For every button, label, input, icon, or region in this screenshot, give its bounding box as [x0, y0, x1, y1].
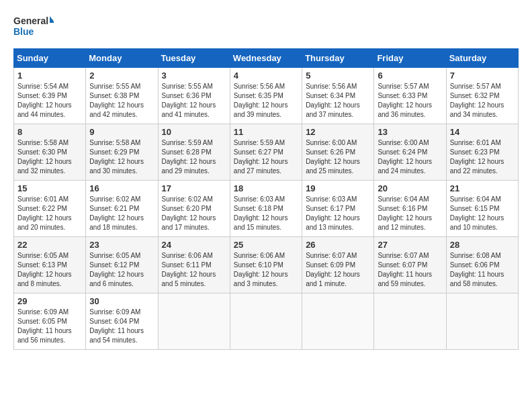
day-info: Sunrise: 5:58 AM Sunset: 6:30 PM Dayligh… — [17, 138, 82, 176]
day-number: 30 — [89, 296, 154, 306]
svg-marker-2 — [50, 16, 54, 23]
day-info: Sunrise: 5:55 AM Sunset: 6:38 PM Dayligh… — [89, 82, 154, 120]
calendar-cell: 11Sunrise: 5:59 AM Sunset: 6:27 PM Dayli… — [230, 124, 302, 181]
day-number: 26 — [306, 240, 370, 250]
page-header: General Blue — [13, 13, 519, 42]
calendar-cell: 1Sunrise: 5:54 AM Sunset: 6:39 PM Daylig… — [14, 68, 86, 124]
day-info: Sunrise: 6:08 AM Sunset: 6:06 PM Dayligh… — [450, 251, 515, 289]
day-number: 22 — [17, 240, 82, 250]
day-number: 12 — [306, 127, 370, 137]
day-number: 16 — [89, 183, 154, 193]
day-number: 10 — [162, 127, 226, 137]
day-number: 23 — [89, 240, 154, 250]
day-info: Sunrise: 6:00 AM Sunset: 6:26 PM Dayligh… — [306, 138, 370, 176]
calendar-cell: 13Sunrise: 6:00 AM Sunset: 6:24 PM Dayli… — [374, 124, 446, 181]
day-number: 27 — [378, 240, 442, 250]
day-info: Sunrise: 5:56 AM Sunset: 6:34 PM Dayligh… — [306, 82, 370, 120]
calendar-table: SundayMondayTuesdayWednesdayThursdayFrid… — [13, 48, 519, 350]
calendar-cell: 3Sunrise: 5:55 AM Sunset: 6:36 PM Daylig… — [158, 68, 230, 124]
calendar-cell — [446, 293, 518, 350]
calendar-cell: 18Sunrise: 6:03 AM Sunset: 6:18 PM Dayli… — [230, 181, 302, 237]
weekday-header-saturday: Saturday — [446, 49, 518, 68]
day-number: 18 — [234, 183, 298, 193]
calendar-cell: 29Sunrise: 6:09 AM Sunset: 6:05 PM Dayli… — [14, 293, 86, 350]
calendar-cell: 30Sunrise: 6:09 AM Sunset: 6:04 PM Dayli… — [86, 293, 158, 350]
day-number: 11 — [234, 127, 298, 137]
day-info: Sunrise: 6:02 AM Sunset: 6:20 PM Dayligh… — [162, 195, 226, 232]
calendar-cell: 19Sunrise: 6:03 AM Sunset: 6:17 PM Dayli… — [302, 181, 374, 237]
day-info: Sunrise: 6:03 AM Sunset: 6:18 PM Dayligh… — [234, 195, 298, 232]
day-info: Sunrise: 6:04 AM Sunset: 6:16 PM Dayligh… — [378, 195, 442, 232]
day-info: Sunrise: 5:59 AM Sunset: 6:28 PM Dayligh… — [162, 138, 226, 176]
day-info: Sunrise: 5:57 AM Sunset: 6:32 PM Dayligh… — [450, 82, 515, 120]
day-info: Sunrise: 6:07 AM Sunset: 6:07 PM Dayligh… — [378, 251, 442, 289]
day-number: 25 — [234, 240, 298, 250]
day-info: Sunrise: 6:00 AM Sunset: 6:24 PM Dayligh… — [378, 138, 442, 176]
calendar-cell: 28Sunrise: 6:08 AM Sunset: 6:06 PM Dayli… — [446, 237, 518, 293]
calendar-cell: 17Sunrise: 6:02 AM Sunset: 6:20 PM Dayli… — [158, 181, 230, 237]
svg-text:Blue: Blue — [13, 26, 34, 37]
day-info: Sunrise: 6:05 AM Sunset: 6:13 PM Dayligh… — [17, 251, 82, 289]
calendar-cell: 6Sunrise: 5:57 AM Sunset: 6:33 PM Daylig… — [374, 68, 446, 124]
day-number: 8 — [17, 127, 82, 137]
calendar-cell: 22Sunrise: 6:05 AM Sunset: 6:13 PM Dayli… — [14, 237, 86, 293]
calendar-cell: 14Sunrise: 6:01 AM Sunset: 6:23 PM Dayli… — [446, 124, 518, 181]
day-number: 21 — [450, 183, 515, 193]
calendar-cell: 10Sunrise: 5:59 AM Sunset: 6:28 PM Dayli… — [158, 124, 230, 181]
day-info: Sunrise: 6:05 AM Sunset: 6:12 PM Dayligh… — [89, 251, 154, 289]
calendar-cell: 8Sunrise: 5:58 AM Sunset: 6:30 PM Daylig… — [14, 124, 86, 181]
day-info: Sunrise: 6:06 AM Sunset: 6:11 PM Dayligh… — [162, 251, 226, 289]
weekday-header-friday: Friday — [374, 49, 446, 68]
day-number: 3 — [162, 71, 226, 81]
calendar-cell: 15Sunrise: 6:01 AM Sunset: 6:22 PM Dayli… — [14, 181, 86, 237]
day-number: 7 — [450, 71, 515, 81]
day-number: 29 — [17, 296, 82, 306]
calendar-cell: 4Sunrise: 5:56 AM Sunset: 6:35 PM Daylig… — [230, 68, 302, 124]
calendar-cell — [230, 293, 302, 350]
day-info: Sunrise: 6:03 AM Sunset: 6:17 PM Dayligh… — [306, 195, 370, 232]
day-info: Sunrise: 6:01 AM Sunset: 6:22 PM Dayligh… — [17, 195, 82, 232]
calendar-cell: 20Sunrise: 6:04 AM Sunset: 6:16 PM Dayli… — [374, 181, 446, 237]
day-info: Sunrise: 6:06 AM Sunset: 6:10 PM Dayligh… — [234, 251, 298, 289]
day-info: Sunrise: 5:59 AM Sunset: 6:27 PM Dayligh… — [234, 138, 298, 176]
calendar-cell: 7Sunrise: 5:57 AM Sunset: 6:32 PM Daylig… — [446, 68, 518, 124]
day-number: 20 — [378, 183, 442, 193]
day-info: Sunrise: 5:58 AM Sunset: 6:29 PM Dayligh… — [89, 138, 154, 176]
calendar-cell: 26Sunrise: 6:07 AM Sunset: 6:09 PM Dayli… — [302, 237, 374, 293]
day-info: Sunrise: 6:09 AM Sunset: 6:05 PM Dayligh… — [17, 308, 82, 345]
weekday-header-monday: Monday — [86, 49, 158, 68]
day-number: 28 — [450, 240, 515, 250]
day-number: 19 — [306, 183, 370, 193]
calendar-cell: 16Sunrise: 6:02 AM Sunset: 6:21 PM Dayli… — [86, 181, 158, 237]
calendar-cell: 25Sunrise: 6:06 AM Sunset: 6:10 PM Dayli… — [230, 237, 302, 293]
weekday-header-sunday: Sunday — [14, 49, 86, 68]
day-number: 1 — [17, 71, 82, 81]
calendar-cell — [158, 293, 230, 350]
day-info: Sunrise: 6:04 AM Sunset: 6:15 PM Dayligh… — [450, 195, 515, 232]
day-info: Sunrise: 6:01 AM Sunset: 6:23 PM Dayligh… — [450, 138, 515, 176]
day-info: Sunrise: 5:57 AM Sunset: 6:33 PM Dayligh… — [378, 82, 442, 120]
day-number: 24 — [162, 240, 226, 250]
day-number: 4 — [234, 71, 298, 81]
day-info: Sunrise: 5:54 AM Sunset: 6:39 PM Dayligh… — [17, 82, 82, 120]
day-number: 6 — [378, 71, 442, 81]
calendar-cell: 24Sunrise: 6:06 AM Sunset: 6:11 PM Dayli… — [158, 237, 230, 293]
day-number: 5 — [306, 71, 370, 81]
calendar-cell: 21Sunrise: 6:04 AM Sunset: 6:15 PM Dayli… — [446, 181, 518, 237]
day-info: Sunrise: 6:02 AM Sunset: 6:21 PM Dayligh… — [89, 195, 154, 232]
svg-text:General: General — [13, 15, 48, 26]
calendar-cell: 27Sunrise: 6:07 AM Sunset: 6:07 PM Dayli… — [374, 237, 446, 293]
day-number: 14 — [450, 127, 515, 137]
weekday-header-wednesday: Wednesday — [230, 49, 302, 68]
calendar-cell — [374, 293, 446, 350]
weekday-header-thursday: Thursday — [302, 49, 374, 68]
day-number: 2 — [89, 71, 154, 81]
day-number: 9 — [89, 127, 154, 137]
day-number: 15 — [17, 183, 82, 193]
calendar-cell — [302, 293, 374, 350]
day-number: 17 — [162, 183, 226, 193]
calendar-cell: 23Sunrise: 6:05 AM Sunset: 6:12 PM Dayli… — [86, 237, 158, 293]
day-info: Sunrise: 5:55 AM Sunset: 6:36 PM Dayligh… — [162, 82, 226, 120]
calendar-cell: 2Sunrise: 5:55 AM Sunset: 6:38 PM Daylig… — [86, 68, 158, 124]
day-info: Sunrise: 6:09 AM Sunset: 6:04 PM Dayligh… — [89, 308, 154, 345]
